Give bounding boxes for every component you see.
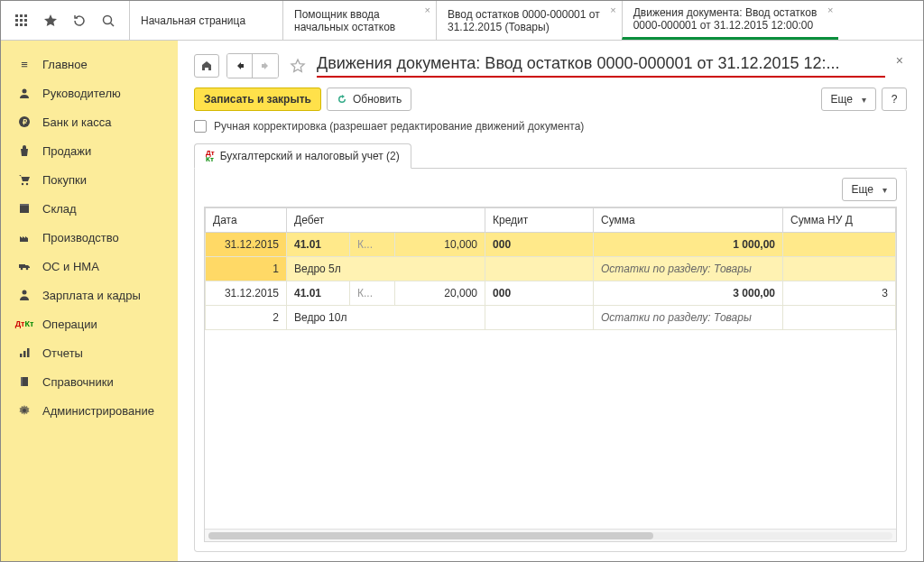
home-button[interactable] bbox=[194, 54, 219, 78]
dtkt-icon: ДтКт bbox=[17, 317, 32, 331]
svg-rect-24 bbox=[27, 348, 30, 357]
checkbox-icon bbox=[194, 120, 207, 133]
cell-num: 2 bbox=[206, 306, 287, 330]
sidebar-item-operations[interactable]: ДтКтОперации bbox=[1, 309, 178, 338]
sidebar-item-admin[interactable]: Администрирование bbox=[1, 396, 178, 425]
sidebar-label: ОС и НМА bbox=[42, 260, 99, 273]
cell-comment: Остатки по разделу: Товары bbox=[594, 306, 783, 330]
tab-start[interactable]: Начальная страница bbox=[129, 1, 282, 40]
page-header: Движения документа: Ввод остатков 0000-0… bbox=[194, 53, 907, 78]
help-button[interactable]: ? bbox=[882, 88, 907, 111]
factory-icon bbox=[17, 230, 32, 244]
sidebar-label: Администрирование bbox=[42, 404, 154, 418]
save-close-button[interactable]: Записать и закрыть bbox=[194, 88, 321, 111]
col-sum-nu[interactable]: Сумма НУ Д bbox=[783, 208, 896, 233]
sidebar-item-assets[interactable]: ОС и НМА bbox=[1, 252, 178, 281]
apps-icon[interactable] bbox=[14, 13, 30, 29]
table-row[interactable]: 31.12.2015 41.01 К... 20,000 000 3 000,0… bbox=[206, 281, 896, 306]
sidebar-label: Справочники bbox=[42, 375, 114, 389]
svg-rect-5 bbox=[24, 19, 27, 22]
search-icon[interactable] bbox=[100, 13, 116, 29]
sidebar-label: Отчеты bbox=[42, 346, 83, 360]
back-button[interactable] bbox=[227, 54, 253, 78]
cell-k: К... bbox=[350, 281, 395, 306]
sidebar-label: Главное bbox=[42, 58, 88, 71]
table-row[interactable]: 2 Ведро 10л Остатки по разделу: Товары bbox=[206, 306, 896, 330]
dtkt-icon: ДтКт bbox=[206, 150, 215, 162]
cell-qty: 20,000 bbox=[395, 281, 485, 306]
sidebar-item-manager[interactable]: Руководителю bbox=[1, 78, 178, 107]
svg-rect-23 bbox=[23, 351, 26, 357]
col-date[interactable]: Дата bbox=[206, 208, 287, 233]
cell-blank bbox=[783, 306, 896, 330]
cell-sum-nu: 3 bbox=[783, 281, 896, 306]
svg-point-20 bbox=[26, 268, 29, 271]
grid: Дата Дебет Кредит Сумма Сумма НУ Д 31.12… bbox=[204, 207, 897, 542]
close-page-icon[interactable]: × bbox=[892, 53, 907, 68]
sidebar-item-production[interactable]: Производство bbox=[1, 223, 178, 252]
button-label: ? bbox=[892, 93, 898, 106]
col-sum[interactable]: Сумма bbox=[594, 208, 783, 233]
col-credit[interactable]: Кредит bbox=[485, 208, 594, 233]
close-icon[interactable]: × bbox=[827, 5, 833, 15]
table-row[interactable]: 1 Ведро 5л Остатки по разделу: Товары bbox=[206, 257, 896, 281]
sidebar-item-reports[interactable]: Отчеты bbox=[1, 338, 178, 367]
cell-account-c: 000 bbox=[485, 233, 594, 257]
star-icon[interactable] bbox=[42, 13, 59, 29]
cell-blank bbox=[485, 306, 594, 330]
svg-rect-1 bbox=[20, 14, 23, 17]
table-row[interactable]: 31.12.2015 41.01 К... 10,000 000 1 000,0… bbox=[206, 233, 896, 257]
sidebar-label: Склад bbox=[42, 202, 77, 216]
tab-movements[interactable]: Движения документа: Ввод остатков 0000-0… bbox=[622, 1, 839, 40]
tab-assistant[interactable]: Помощник ввода начальных остатков × bbox=[282, 1, 436, 40]
register-body: Еще Дата Дебет Кредит Сумма Сумма НУ Д bbox=[194, 169, 907, 552]
favorite-star-icon[interactable] bbox=[286, 58, 310, 74]
grid-header-row: Дата Дебет Кредит Сумма Сумма НУ Д bbox=[206, 208, 896, 233]
sidebar-item-sales[interactable]: Продажи bbox=[1, 136, 178, 165]
home-icon: ≡ bbox=[17, 57, 32, 71]
sidebar-label: Руководителю bbox=[42, 87, 121, 100]
tab-sublabel: 31.12.2015 (Товары) bbox=[448, 21, 600, 33]
svg-rect-6 bbox=[15, 23, 18, 26]
cell-sum: 1 000,00 bbox=[594, 233, 783, 257]
grid-more-button[interactable]: Еще bbox=[842, 178, 897, 201]
horizontal-scrollbar[interactable] bbox=[205, 529, 896, 541]
checkbox-label: Ручная корректировка (разрешает редактир… bbox=[214, 120, 584, 133]
scrollbar-thumb[interactable] bbox=[208, 532, 653, 539]
cell-item: Ведро 10л bbox=[287, 306, 485, 330]
sidebar-item-main[interactable]: ≡Главное bbox=[1, 50, 178, 78]
svg-rect-16 bbox=[20, 206, 29, 213]
forward-button[interactable] bbox=[253, 54, 278, 78]
sidebar-label: Производство bbox=[42, 231, 119, 244]
svg-rect-8 bbox=[24, 23, 27, 26]
tab-doc[interactable]: Ввод остатков 0000-000001 от 31.12.2015 … bbox=[436, 1, 622, 40]
cell-sum-nu bbox=[783, 233, 896, 257]
cell-sum: 3 000,00 bbox=[594, 281, 783, 306]
history-icon[interactable] bbox=[71, 13, 88, 29]
button-label: Еще bbox=[831, 93, 853, 106]
sidebar-item-bank[interactable]: ₽Банк и касса bbox=[1, 107, 178, 136]
toolbar: Записать и закрыть Обновить Еще ? bbox=[194, 88, 907, 111]
close-icon[interactable]: × bbox=[425, 5, 430, 15]
sidebar: ≡Главное Руководителю ₽Банк и касса Прод… bbox=[1, 41, 178, 561]
svg-rect-0 bbox=[15, 14, 18, 17]
bag-icon bbox=[17, 143, 32, 158]
cell-comment: Остатки по разделу: Товары bbox=[594, 257, 783, 281]
close-icon[interactable]: × bbox=[610, 5, 615, 15]
sidebar-label: Покупки bbox=[42, 173, 87, 187]
tab-label: Помощник ввода bbox=[294, 8, 414, 21]
sidebar-item-purchases[interactable]: Покупки bbox=[1, 165, 178, 194]
more-button[interactable]: Еще bbox=[821, 88, 876, 111]
sidebar-item-refs[interactable]: Справочники bbox=[1, 367, 178, 396]
sidebar-item-salary[interactable]: Зарплата и кадры bbox=[1, 281, 178, 309]
sidebar-label: Зарплата и кадры bbox=[42, 289, 141, 302]
sidebar-item-warehouse[interactable]: Склад bbox=[1, 194, 178, 223]
refresh-button[interactable]: Обновить bbox=[327, 88, 411, 111]
col-debit[interactable]: Дебет bbox=[287, 208, 485, 233]
refresh-icon bbox=[337, 94, 347, 105]
tab-label: Начальная страница bbox=[141, 14, 261, 27]
manual-edit-checkbox[interactable]: Ручная корректировка (разрешает редактир… bbox=[194, 120, 907, 133]
register-tab-accounting[interactable]: ДтКт Бухгалтерский и налоговый учет (2) bbox=[194, 143, 411, 169]
content-area: Движения документа: Ввод остатков 0000-0… bbox=[178, 41, 923, 561]
svg-line-10 bbox=[111, 23, 115, 26]
